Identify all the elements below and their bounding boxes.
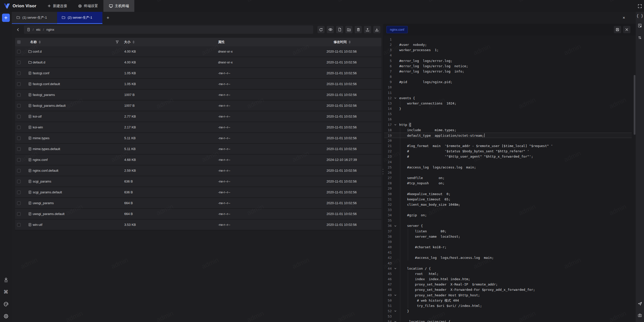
code-text[interactable] bbox=[398, 207, 632, 212]
code-text[interactable] bbox=[398, 261, 632, 266]
file-name[interactable]: default.d bbox=[33, 57, 45, 67]
code-text[interactable]: keepalive_timeout 65; bbox=[398, 197, 632, 202]
code-text[interactable]: worker_processes 1; bbox=[398, 47, 632, 53]
column-header-modified[interactable]: 修改时间 bbox=[334, 38, 351, 46]
fold-toggle[interactable] bbox=[393, 95, 398, 101]
fold-toggle[interactable] bbox=[393, 293, 398, 298]
row-checkbox[interactable] bbox=[17, 79, 21, 89]
row-checkbox[interactable] bbox=[17, 176, 21, 187]
file-name[interactable]: fastcgi.conf.default bbox=[33, 79, 60, 89]
editor-scrollbar[interactable] bbox=[634, 75, 635, 135]
code-text[interactable]: http { bbox=[398, 122, 632, 127]
code-text[interactable] bbox=[398, 170, 632, 175]
row-checkbox[interactable] bbox=[17, 198, 21, 208]
code-text[interactable]: listen 80; bbox=[398, 229, 632, 234]
row-checkbox[interactable] bbox=[17, 111, 21, 122]
close-panel-button[interactable]: × bbox=[621, 15, 626, 20]
file-name[interactable]: koi-utf bbox=[33, 111, 42, 122]
file-name[interactable]: nginx.conf.default bbox=[33, 165, 58, 176]
code-text[interactable]: include mime.types; bbox=[398, 127, 632, 133]
table-row[interactable]: scgi_params.default636 B-rw-r--r--2020-1… bbox=[15, 187, 381, 198]
code-text[interactable]: #error_log logs/error.log; bbox=[398, 58, 632, 63]
new-folder-button[interactable] bbox=[345, 26, 352, 33]
file-name[interactable]: fastcgi_params bbox=[33, 90, 55, 100]
code-text[interactable]: location /orion/api { bbox=[398, 319, 632, 322]
row-checkbox[interactable] bbox=[17, 187, 21, 197]
column-header-size[interactable]: 大小 bbox=[124, 38, 135, 46]
menu-host-terminal[interactable]: 主机终端 bbox=[103, 0, 134, 12]
code-text[interactable]: proxy_set_header X-Real-IP $remote_addr; bbox=[398, 282, 632, 287]
code-text[interactable]: default_type application/octet-stream; bbox=[398, 133, 632, 138]
code-text[interactable] bbox=[398, 53, 632, 58]
code-text[interactable]: events { bbox=[398, 95, 632, 101]
sort-icon[interactable] bbox=[39, 41, 41, 44]
code-text[interactable]: } bbox=[398, 106, 632, 111]
code-text[interactable]: # '"$http_user_agent" "$http_x_forwarded… bbox=[398, 154, 632, 159]
table-row[interactable]: koi-win2.17 KB-rw-r--r--2020-11-01 10:02… bbox=[15, 122, 381, 133]
code-text[interactable] bbox=[398, 37, 632, 42]
sort-icon[interactable] bbox=[133, 41, 135, 44]
row-checkbox[interactable] bbox=[17, 57, 21, 67]
saved-commands-button[interactable] bbox=[636, 22, 643, 29]
file-name[interactable]: uwsgi_params bbox=[33, 198, 54, 208]
table-row[interactable]: scgi_params636 B-rw-r--r--2020-11-01 10:… bbox=[15, 176, 381, 187]
table-row[interactable]: fastcgi_params1007 B-rw-r--r--2020-11-01… bbox=[15, 90, 381, 100]
code-text[interactable]: #access_log logs/access.log main; bbox=[398, 165, 632, 170]
fold-toggle[interactable] bbox=[393, 122, 398, 127]
code-text[interactable]: server_name localhost; bbox=[398, 234, 632, 239]
sort-icon[interactable] bbox=[349, 41, 351, 44]
menu-terminal-settings[interactable]: 终端设置 bbox=[72, 0, 103, 12]
json-view-button[interactable]: { } bbox=[636, 12, 643, 19]
code-text[interactable] bbox=[398, 159, 632, 165]
file-name[interactable]: win-utf bbox=[33, 220, 42, 230]
code-text[interactable]: # '$status $body_bytes_sent "$http_refer… bbox=[398, 149, 632, 154]
table-row[interactable]: fastcgi_params.default1007 B-rw-r--r--20… bbox=[15, 100, 381, 111]
code-text[interactable]: location / { bbox=[398, 266, 632, 271]
path-breadcrumb[interactable]: / etc / nginx bbox=[24, 25, 313, 34]
new-tab-button[interactable]: + bbox=[102, 12, 113, 24]
code-text[interactable]: #error_log logs/error.log notice; bbox=[398, 63, 632, 69]
file-name[interactable]: nginx.conf bbox=[33, 155, 48, 165]
table-row[interactable]: nginx.conf4.68 KB-rw-r--r--2024-12-10 16… bbox=[15, 155, 381, 165]
name-filter-button[interactable] bbox=[115, 38, 119, 46]
code-text[interactable]: #gzip on; bbox=[398, 212, 632, 218]
send-command-button[interactable] bbox=[636, 300, 643, 307]
row-checkbox[interactable] bbox=[17, 155, 21, 165]
row-checkbox[interactable] bbox=[17, 90, 21, 100]
table-row[interactable]: koi-utf2.77 KB-rw-r--r--2020-11-01 10:02… bbox=[15, 111, 381, 122]
menu-new-connection[interactable]: 新建连接 bbox=[42, 0, 72, 12]
row-checkbox[interactable] bbox=[17, 144, 21, 154]
column-header-name[interactable]: 名称 bbox=[30, 38, 41, 46]
breadcrumb-segment-etc[interactable]: etc bbox=[36, 28, 41, 31]
row-checkbox[interactable] bbox=[17, 100, 21, 111]
code-text[interactable]: index index.html index.htm; bbox=[398, 276, 632, 282]
connection-tab-1[interactable]: (1) server-生产-1 bbox=[12, 12, 57, 24]
file-name[interactable]: mime.types bbox=[33, 133, 49, 143]
theme-button[interactable] bbox=[3, 301, 9, 307]
breadcrumb-segment-nginx[interactable]: nginx bbox=[47, 28, 54, 31]
code-text[interactable]: sendfile on; bbox=[398, 175, 632, 181]
code-text[interactable]: proxy_set_header Host $http_host; bbox=[398, 293, 632, 298]
table-row[interactable]: fastcgi.conf1.05 KB-rw-r--r--2020-11-01 … bbox=[15, 68, 381, 79]
code-text[interactable]: root html; bbox=[398, 271, 632, 276]
code-text[interactable] bbox=[398, 239, 632, 244]
row-checkbox[interactable] bbox=[17, 220, 21, 230]
connection-tab-2[interactable]: (2) server-生产-1 bbox=[57, 12, 102, 24]
file-name[interactable]: scgi_params bbox=[33, 176, 51, 187]
table-row[interactable]: mime.types.default5.11 KB-rw-r--r--2020-… bbox=[15, 144, 381, 155]
user-button[interactable] bbox=[3, 276, 9, 283]
table-row[interactable]: mime.types5.11 KB-rw-r--r--2020-11-01 10… bbox=[15, 133, 381, 144]
file-name[interactable]: fastcgi_params.default bbox=[33, 100, 66, 111]
new-connection-button[interactable] bbox=[2, 14, 10, 22]
fold-toggle[interactable] bbox=[393, 223, 398, 228]
code-text[interactable] bbox=[398, 74, 632, 79]
code-text[interactable]: #error_log logs/error.log info; bbox=[398, 69, 632, 74]
code-text[interactable]: client_max_body_size 1048m; bbox=[398, 202, 632, 207]
row-checkbox[interactable] bbox=[17, 122, 21, 132]
close-editor-button[interactable] bbox=[623, 26, 630, 33]
code-text[interactable] bbox=[398, 85, 632, 90]
file-name[interactable]: conf.d bbox=[33, 46, 42, 57]
panel-resize-handle[interactable] bbox=[382, 24, 384, 322]
download-button[interactable] bbox=[373, 26, 380, 33]
table-row[interactable]: default.d4.00 KBdrwxr-xr-x2020-11-01 10:… bbox=[15, 57, 381, 68]
